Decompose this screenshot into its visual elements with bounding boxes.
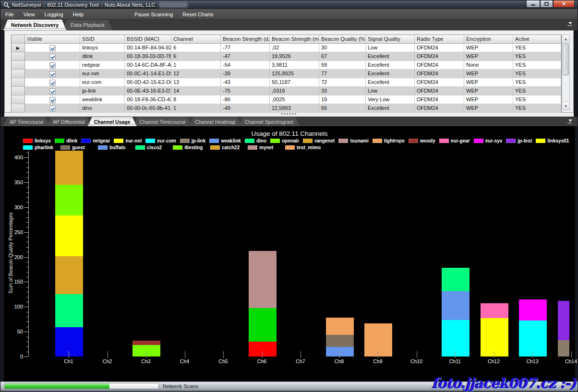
x-tick	[146, 351, 146, 358]
tab-channel-usage[interactable]: Channel Usage	[88, 117, 137, 126]
column-header-channel[interactable]: Channel	[171, 35, 221, 44]
cell-active: YES	[513, 70, 561, 78]
scroll-down-icon[interactable]: ▼	[562, 102, 569, 110]
column-header-bssid-mac[interactable]: BSSID (MAC)	[125, 35, 171, 44]
legend-label: linksys	[35, 138, 51, 143]
cell-bssid: 00-00-0c-60-8b-41	[125, 104, 171, 113]
row-header[interactable]	[12, 61, 25, 70]
table-row[interactable]: netgear00-14-6C-DA-8F-A81-543,981159Exce…	[12, 61, 561, 70]
y-minor-tick	[26, 287, 28, 287]
y-minor-tick	[26, 192, 28, 193]
column-header-ssid[interactable]: SSID	[80, 35, 125, 44]
tab-ap-timecourse[interactable]: AP Timecourse	[3, 117, 50, 126]
cell-active: YES	[513, 87, 561, 95]
y-major-tick	[24, 282, 28, 282]
menu-help[interactable]: Help	[68, 10, 89, 19]
visible-checkbox[interactable]	[49, 71, 56, 77]
column-header-active[interactable]: Active	[513, 35, 561, 44]
cell-ssid: netgear	[80, 61, 125, 70]
current-row-indicator[interactable]: ▶	[12, 44, 25, 52]
cell-signal: Excellent	[366, 70, 415, 78]
tab-list-icon[interactable]	[567, 22, 573, 27]
menu-file[interactable]: File	[0, 10, 19, 19]
pause-scanning-button[interactable]: Pause Scanning	[130, 10, 178, 19]
tab-network-discovery[interactable]: Network Discovery	[3, 20, 66, 30]
cell-beacon_dbm: -43	[221, 78, 270, 87]
y-major-tick	[24, 307, 28, 307]
minimize-button[interactable]	[526, 0, 540, 8]
visible-checkbox[interactable]	[49, 54, 56, 60]
cell-bssid: 00-14-BF-84-94-92	[125, 44, 171, 52]
visible-checkbox[interactable]	[49, 62, 56, 69]
column-header-encryption[interactable]: Encryption	[464, 35, 513, 44]
y-major-tick	[24, 157, 28, 158]
visible-checkbox[interactable]	[49, 106, 56, 112]
y-minor-tick	[26, 352, 28, 352]
visible-checkbox[interactable]	[49, 88, 56, 95]
cell-quality: 72	[319, 78, 366, 87]
stacked-bar-ch11	[442, 268, 470, 356]
row-header[interactable]	[12, 70, 25, 78]
redacted-text-blur	[159, 2, 187, 7]
visible-checkbox[interactable]	[49, 80, 56, 86]
x-tick	[378, 351, 378, 358]
row-header[interactable]	[12, 95, 25, 104]
close-button[interactable]: ✕	[553, 0, 575, 8]
legend-item-tightrope: tightrope	[373, 138, 405, 143]
x-tick-label: Ch7	[285, 358, 316, 364]
row-header[interactable]	[12, 78, 25, 87]
y-minor-tick	[26, 212, 28, 213]
cell-signal: Excellent	[366, 61, 415, 70]
legend-swatch	[114, 139, 123, 143]
tab-ap-differential[interactable]: AP Differential	[47, 117, 91, 126]
tab-channel-timecourse[interactable]: Channel Timecourse	[133, 117, 192, 126]
chart-tab-strip: AP Timecourse AP Differential Channel Us…	[0, 117, 578, 126]
tab-list-icon[interactable]	[567, 119, 573, 124]
row-header[interactable]	[12, 87, 25, 95]
scroll-up-icon[interactable]: ▲	[562, 35, 569, 43]
menu-logging[interactable]: Logging	[39, 10, 68, 19]
legend-label: tightrope	[384, 138, 405, 143]
tab-channel-spectrogram[interactable]: Channel Spectrogram	[239, 117, 300, 126]
legend-label: buffalo	[109, 145, 125, 150]
column-header-visible[interactable]: Visible	[25, 35, 80, 44]
visible-checkbox[interactable]	[49, 45, 56, 51]
table-row[interactable]: eur-net00-0C-41-14-E1-D512-39125,892577E…	[12, 70, 561, 78]
table-row[interactable]: ▶linksys00-14-BF-84-94-926-77,0230LowOFD…	[12, 44, 561, 52]
column-header-beacon-strength-d[interactable]: Beacon Strength (d...	[221, 35, 270, 44]
cell-quality: 77	[319, 70, 366, 78]
tab-channel-heatmap[interactable]: Channel Heatmap	[189, 117, 242, 126]
table-row[interactable]: jp-link00-0E-43-16-E3-D714-75,031633LowO…	[12, 87, 561, 95]
bar-segment-jp-test	[558, 301, 570, 340]
legend-item-cisco2: cisco2	[135, 145, 171, 150]
visible-checkbox[interactable]	[49, 97, 56, 103]
bar-segment-netgear	[55, 327, 83, 356]
legend-swatch	[536, 139, 545, 143]
row-header[interactable]	[12, 52, 25, 61]
maximize-button[interactable]	[540, 0, 553, 8]
table-row[interactable]: dlink00-18-39-03-0D-7B6-4719,952667Excel…	[12, 52, 561, 61]
x-tick-label: Ch13	[517, 358, 548, 364]
row-header[interactable]	[12, 104, 25, 113]
table-row[interactable]: weaklink00-18-F8-36-CD-438-86,002519Very…	[12, 95, 561, 104]
cell-beacon_mw: 19,9526	[270, 52, 319, 61]
bar-segment-linksys01	[55, 215, 83, 256]
column-header-beacon-strength-m[interactable]: Beacon Strength (m...	[270, 35, 319, 44]
splitter-handle[interactable]: ••••••	[4, 113, 574, 117]
scrollbar-thumb[interactable]	[563, 44, 569, 75]
legend-swatch	[60, 145, 70, 150]
column-header-signal-quality[interactable]: Signal Quality	[366, 35, 415, 44]
y-minor-tick	[26, 277, 28, 277]
column-header-radio-type[interactable]: Radio Type	[415, 35, 464, 44]
cell-radio: OFDM24	[415, 78, 464, 87]
legend-item-eur-gear: eur-gear	[439, 138, 470, 143]
legend-item-pharlink: pharlink	[23, 145, 59, 150]
chart-legend-row-1: linksysdlinknetgeareur-neteur-comjp-link…	[23, 138, 574, 143]
table-scrollbar[interactable]: ▲ ▼	[562, 35, 570, 110]
table-row[interactable]: eur-com00-0D-42-15-E2-D613-4350,118772Ex…	[12, 78, 561, 87]
menu-view[interactable]: View	[19, 10, 40, 19]
column-header-beacon-quality[interactable]: Beacon Quality (%)	[319, 35, 366, 44]
tab-data-playback[interactable]: Data Playback	[63, 20, 112, 30]
reset-charts-button[interactable]: Reset Charts	[178, 10, 218, 19]
title-bar[interactable]: NetSurveyor :: 802.11 Discovery Tool :: …	[0, 0, 578, 9]
